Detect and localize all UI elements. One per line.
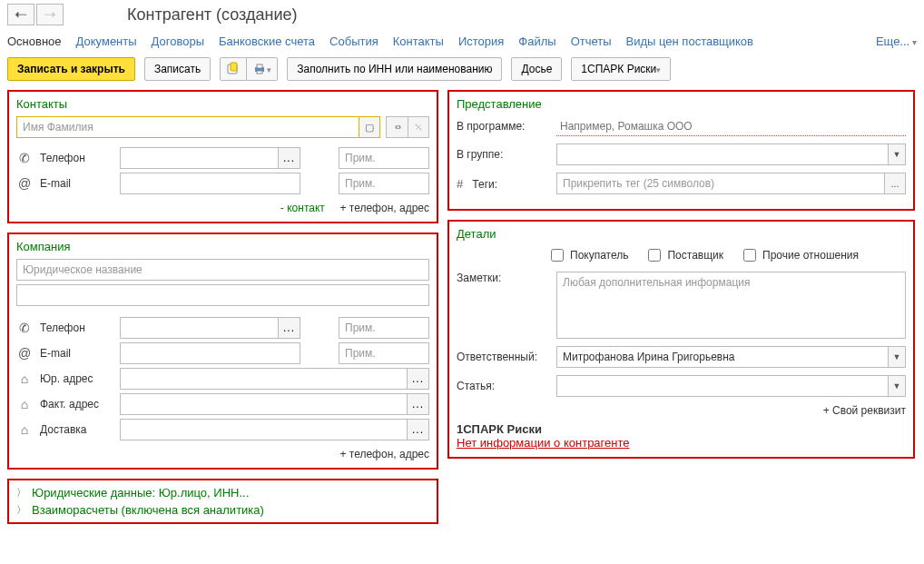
tabs-row: Основное Документы Договоры Банковские с…: [7, 31, 917, 57]
company-legal-addr-input[interactable]: [120, 368, 408, 390]
add-own-property-link[interactable]: + Свой реквизит: [457, 404, 906, 417]
supplier-checkbox[interactable]: Поставщик: [644, 246, 723, 264]
responsible-label: Ответственный:: [457, 351, 556, 363]
company-email-note-input[interactable]: [339, 342, 429, 364]
email-icon: @: [16, 176, 33, 191]
company-phone-label: Телефон: [40, 322, 113, 334]
contact-phone-label: Телефон: [40, 152, 113, 164]
mutual-settlements-expander[interactable]: 〉 Взаиморасчеты (включена вся аналитика): [16, 501, 429, 519]
company-legal-name-input[interactable]: [16, 259, 429, 281]
contact-email-input[interactable]: [120, 173, 300, 194]
tags-label: Теги:: [472, 178, 497, 191]
unlink-icon: [414, 120, 423, 134]
svg-rect-3: [257, 64, 262, 68]
printer-icon: [252, 62, 267, 76]
in-program-input[interactable]: [556, 116, 906, 136]
company-phone-note-input[interactable]: [339, 317, 429, 339]
tab-bank-accounts[interactable]: Банковские счета: [219, 35, 315, 48]
company-section: Компания ✆ Телефон ... @ E-mail ⌂: [7, 233, 438, 470]
tab-events[interactable]: События: [329, 35, 378, 48]
company-legal-addr-more-button[interactable]: ...: [408, 368, 429, 390]
house-icon: ⌂: [16, 397, 33, 411]
in-program-label: В программе:: [457, 120, 556, 133]
in-group-select-value[interactable]: [556, 143, 888, 165]
notes-textarea[interactable]: [556, 272, 906, 339]
svg-rect-4: [257, 71, 262, 74]
svg-rect-1: [231, 63, 237, 71]
phone-icon: ✆: [16, 321, 33, 335]
tab-contracts[interactable]: Договоры: [152, 35, 204, 48]
contact-phone-note-input[interactable]: [339, 147, 429, 169]
phone-icon: ✆: [16, 151, 33, 165]
save-button[interactable]: Записать: [144, 57, 211, 81]
svg-point-5: [416, 124, 418, 126]
remove-contact-link[interactable]: - контакт: [280, 202, 325, 214]
tab-supplier-prices[interactable]: Виды цен поставщиков: [626, 35, 753, 48]
details-section: Детали Покупатель Поставщик Прочие отнош…: [447, 220, 915, 459]
spark-no-info-link[interactable]: Нет информации о контрагенте: [457, 436, 906, 450]
presentation-section: Представление В программе: В группе: ▼ #…: [447, 90, 915, 211]
contact-link-button[interactable]: [386, 116, 408, 138]
attach-button[interactable]: [220, 57, 247, 81]
contact-unlink-button[interactable]: [408, 116, 429, 138]
tab-documents[interactable]: Документы: [76, 35, 137, 48]
article-select-value[interactable]: [556, 375, 888, 397]
buyer-checkbox[interactable]: Покупатель: [547, 246, 628, 264]
in-group-label: В группе:: [457, 148, 556, 161]
svg-point-6: [420, 129, 422, 131]
back-button[interactable]: 🠐: [7, 4, 34, 25]
spark-risks-button[interactable]: 1СПАРК Риски: [571, 57, 671, 81]
contact-phone-more-button[interactable]: ...: [279, 147, 300, 169]
tab-history[interactable]: История: [458, 35, 504, 48]
contacts-title: Контакты: [16, 97, 429, 111]
dossier-button[interactable]: Досье: [511, 57, 562, 81]
tab-more[interactable]: Еще...: [876, 35, 917, 48]
company-delivery-input[interactable]: [120, 419, 408, 440]
tags-input[interactable]: [556, 173, 884, 194]
responsible-select-value[interactable]: Митрофанова Ирина Григорьевна: [556, 346, 888, 368]
company-phone-input[interactable]: [120, 317, 279, 339]
fill-by-inn-button[interactable]: Заполнить по ИНН или наименованию: [287, 57, 502, 81]
company-actual-addr-more-button[interactable]: ...: [408, 393, 429, 415]
add-phone-address-link[interactable]: + телефон, адрес: [339, 202, 429, 214]
forward-button[interactable]: 🠒: [36, 4, 64, 25]
expanders-section: 〉 Юридические данные: Юр.лицо, ИНН... 〉 …: [7, 479, 438, 524]
chevron-right-icon: 〉: [16, 503, 26, 517]
house-icon: ⌂: [16, 371, 33, 386]
contact-name-open-button[interactable]: ▢: [359, 116, 380, 138]
print-button[interactable]: [247, 57, 278, 81]
tab-files[interactable]: Файлы: [518, 35, 555, 48]
company-extra-input[interactable]: [16, 284, 429, 306]
notes-label: Заметки:: [457, 272, 556, 284]
company-add-phone-address-link[interactable]: + телефон, адрес: [339, 448, 429, 460]
hash-icon: #: [457, 177, 469, 191]
tab-main[interactable]: Основное: [7, 35, 62, 48]
other-relations-checkbox[interactable]: Прочие отношения: [740, 246, 859, 264]
article-label: Статья:: [457, 380, 556, 392]
attachment-icon: [226, 62, 241, 76]
contact-phone-input[interactable]: [120, 147, 279, 169]
company-phone-more-button[interactable]: ...: [279, 317, 300, 339]
tab-reports[interactable]: Отчеты: [571, 35, 612, 48]
tab-contacts[interactable]: Контакты: [393, 35, 444, 48]
link-icon: [392, 120, 402, 134]
legal-data-expander[interactable]: 〉 Юридические данные: Юр.лицо, ИНН...: [16, 484, 429, 501]
company-actual-addr-input[interactable]: [120, 393, 408, 415]
responsible-dropdown-button[interactable]: ▼: [888, 346, 906, 368]
contacts-section: Контакты ▢: [7, 90, 438, 223]
company-legal-addr-label: Юр. адрес: [40, 372, 113, 385]
save-close-button[interactable]: Записать и закрыть: [7, 57, 135, 81]
in-group-dropdown-button[interactable]: ▼: [888, 143, 906, 165]
contact-name-input[interactable]: [16, 116, 359, 138]
toolbar: Записать и закрыть Записать Заполнить по…: [7, 57, 917, 81]
company-email-input[interactable]: [120, 342, 300, 364]
company-email-label: E-mail: [40, 347, 113, 360]
chevron-right-icon: 〉: [16, 486, 26, 500]
article-dropdown-button[interactable]: ▼: [888, 375, 906, 397]
contact-email-note-input[interactable]: [339, 173, 429, 194]
company-delivery-more-button[interactable]: ...: [408, 419, 429, 440]
tags-more-button[interactable]: ...: [884, 173, 906, 194]
spark-risks-title: 1СПАРК Риски: [457, 422, 906, 436]
presentation-title: Представление: [457, 97, 906, 111]
company-title: Компания: [16, 240, 429, 253]
